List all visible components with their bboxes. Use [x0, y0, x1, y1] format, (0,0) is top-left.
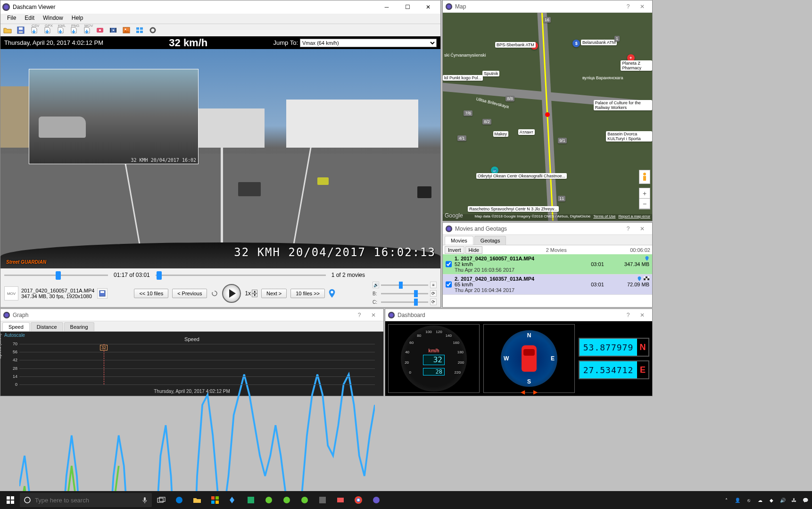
- map-viewport[interactable]: $ BPS-Sberbank ATM $ Belarusbank ATM + P…: [443, 13, 652, 221]
- compass-next[interactable]: ▶: [533, 389, 538, 395]
- tab-geotags[interactable]: Geotags: [474, 236, 506, 245]
- map-poi-label[interactable]: BPS-Sberbank ATM: [495, 42, 536, 48]
- close-button[interactable]: ✕: [418, 0, 439, 14]
- record-button[interactable]: [94, 25, 106, 35]
- close-button[interactable]: ✕: [366, 310, 381, 320]
- forward-10-files-button[interactable]: 10 files >>: [290, 289, 325, 298]
- chrome-icon[interactable]: [350, 493, 367, 507]
- tray-notifications-icon[interactable]: 💬: [801, 495, 810, 505]
- app-icon-6[interactable]: [314, 493, 331, 507]
- export-kml-button[interactable]: KML: [54, 25, 66, 35]
- clip-slider[interactable]: [4, 270, 108, 280]
- rate-down[interactable]: ▼: [252, 293, 257, 297]
- export-mov-button[interactable]: MOV: [81, 25, 93, 35]
- movie-list-item[interactable]: 1. 2017_0420_160057_011A.MP4 52 km/h03:0…: [443, 254, 652, 275]
- graph-viewport[interactable]: Autoscale Speed Speed (km/h) 01428425670…: [0, 331, 383, 396]
- compass-prev[interactable]: ◀: [521, 389, 525, 395]
- video-viewport[interactable]: 32 KMH 20/04/2017 16:02:13 Street GUARDI…: [0, 49, 440, 268]
- tab-movies[interactable]: Movies: [445, 236, 473, 245]
- mic-icon[interactable]: [141, 497, 148, 503]
- tray-network-icon[interactable]: 🖧: [789, 495, 799, 505]
- app-icon-4[interactable]: [278, 493, 295, 507]
- settings-button[interactable]: [147, 25, 159, 35]
- tray-volume-icon[interactable]: 🔊: [778, 495, 787, 505]
- help-button[interactable]: ?: [621, 310, 635, 320]
- report-error-link[interactable]: Report a map error: [618, 214, 650, 221]
- open-folder-button[interactable]: [1, 25, 14, 35]
- brightness-reset[interactable]: ⟳: [430, 290, 437, 297]
- map-poi-label[interactable]: Planeta Z Pharmacy: [621, 60, 652, 71]
- movie-checkbox[interactable]: [446, 256, 452, 273]
- contrast-reset[interactable]: ⟳: [430, 299, 437, 305]
- export-gpx-button[interactable]: GPX: [41, 25, 53, 35]
- map-poi-label[interactable]: Palace of Culture for the Railway Worker…: [594, 100, 652, 110]
- tab-bearing[interactable]: Bearing: [64, 322, 94, 331]
- help-button[interactable]: ?: [352, 310, 366, 320]
- taskbar-search[interactable]: [20, 493, 152, 507]
- tab-distance[interactable]: Distance: [31, 322, 63, 331]
- terms-link[interactable]: Terms of Use: [593, 214, 615, 221]
- tray-usb-icon[interactable]: ⎋: [744, 495, 754, 505]
- seek-slider[interactable]: [156, 270, 326, 280]
- start-button[interactable]: [2, 493, 19, 507]
- export-png-button[interactable]: PNG: [67, 25, 80, 35]
- tab-speed[interactable]: Speed: [2, 322, 30, 331]
- menu-window[interactable]: Window: [39, 14, 67, 24]
- zoom-in-button[interactable]: +: [639, 188, 650, 199]
- geotag-pin-button[interactable]: [329, 289, 335, 298]
- zoom-out-button[interactable]: −: [639, 199, 650, 209]
- store-icon[interactable]: [207, 493, 224, 507]
- task-view-button[interactable]: [153, 493, 170, 507]
- replay-icon[interactable]: [211, 290, 218, 297]
- map-poi-label[interactable]: kil Punkt kogo Pol...: [443, 75, 483, 81]
- minimize-button[interactable]: ─: [376, 0, 397, 14]
- app-icon-5[interactable]: [296, 493, 313, 507]
- menu-edit[interactable]: Edit: [21, 14, 38, 24]
- app-icon-2[interactable]: [242, 493, 259, 507]
- save-file-button[interactable]: [97, 288, 108, 299]
- brightness-slider[interactable]: [381, 293, 428, 294]
- street-view-pegman[interactable]: [639, 170, 650, 184]
- app-icon-3[interactable]: [260, 493, 277, 507]
- jump-to-select[interactable]: Vmax (64 km/h): [300, 39, 437, 47]
- picture-in-picture[interactable]: 32 KMH 20/04/2017 16:02: [29, 69, 199, 164]
- slider-thumb[interactable]: [157, 271, 162, 280]
- contrast-slider[interactable]: [381, 301, 428, 303]
- map-poi-label[interactable]: Raschetno Spravochnyi Centr N 3 Jlo Zhre…: [468, 206, 559, 212]
- tray-app-icon[interactable]: ◆: [767, 495, 776, 505]
- movie-list-item[interactable]: 2. 2017_0420_160357_013A.MP4 65 km/h03:0…: [443, 275, 652, 295]
- close-button[interactable]: ✕: [635, 2, 649, 11]
- back-10-files-button[interactable]: << 10 files: [134, 289, 168, 298]
- snapshot-button[interactable]: [120, 25, 133, 35]
- app-icon-7[interactable]: [332, 493, 349, 507]
- rate-up[interactable]: ▲: [252, 290, 257, 293]
- map-poi-label[interactable]: Bassein Dvorca KULTuryI i Sporta: [606, 131, 652, 142]
- slider-thumb[interactable]: [399, 282, 403, 289]
- app-icon-1[interactable]: [224, 493, 241, 507]
- tray-onedrive-icon[interactable]: ☁: [755, 495, 765, 505]
- rate-spinner[interactable]: ▲▼: [252, 290, 257, 297]
- previous-button[interactable]: < Previous: [172, 289, 207, 298]
- volume-slider[interactable]: [381, 284, 428, 286]
- volume-icon[interactable]: 🔊: [373, 282, 379, 288]
- save-button[interactable]: [15, 25, 27, 35]
- search-input[interactable]: [35, 497, 138, 504]
- slider-thumb[interactable]: [414, 290, 418, 297]
- map-poi-label[interactable]: Otkrytyi Okean Centr Okeanografii Chastn…: [476, 173, 567, 179]
- slider-thumb[interactable]: [56, 271, 61, 280]
- menu-file[interactable]: File: [3, 14, 20, 24]
- invert-button[interactable]: Invert: [445, 246, 464, 254]
- slider-thumb[interactable]: [414, 299, 418, 306]
- clip-button[interactable]: [107, 25, 119, 35]
- map-poi-label[interactable]: Makey: [493, 131, 509, 137]
- eq-button[interactable]: ≡: [430, 282, 437, 288]
- autoscale-button[interactable]: Autoscale: [4, 333, 25, 338]
- export-csv-button[interactable]: CSV: [28, 25, 40, 35]
- play-button[interactable]: [222, 284, 241, 303]
- map-poi-label[interactable]: Sputnik: [482, 71, 499, 76]
- tray-people-icon[interactable]: 👤: [733, 495, 742, 505]
- map-poi-label[interactable]: Belarusbank ATM: [581, 40, 617, 45]
- close-button[interactable]: ✕: [635, 310, 649, 320]
- movie-checkbox[interactable]: [446, 276, 452, 293]
- next-button[interactable]: Next >: [261, 289, 287, 298]
